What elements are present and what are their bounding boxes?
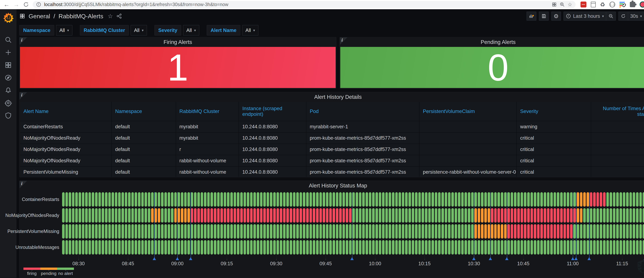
back-icon[interactable]: ← (4, 2, 10, 8)
site-info-icon[interactable] (36, 2, 41, 7)
column-header[interactable]: Number of Times Alert started (591, 102, 644, 121)
refresh-group: 30s ▾ (618, 12, 644, 20)
breadcrumb-title[interactable]: RabbitMQ-Alerts (58, 12, 103, 20)
column-header[interactable]: Severity (516, 102, 591, 121)
status-bar (164, 192, 167, 207)
breadcrumb-folder[interactable]: General (28, 12, 50, 20)
status-bar (214, 192, 216, 207)
status-bar (451, 208, 454, 222)
status-bar (596, 240, 599, 254)
filter-value-dropdown[interactable]: All▾ (56, 25, 72, 36)
status-bar (286, 192, 289, 207)
table-cell: 2 (591, 132, 644, 144)
status-bar (313, 208, 315, 222)
status-bar (214, 224, 216, 238)
dashboards-icon[interactable] (4, 61, 12, 69)
status-map-legend: firingpendingno alert (24, 268, 74, 276)
column-header[interactable]: RabbitMQ Cluster (176, 102, 239, 121)
table-cell: default (112, 166, 176, 177)
status-bar (92, 240, 94, 254)
status-bar (188, 224, 190, 238)
forward-icon[interactable]: → (14, 2, 19, 8)
explore-compass-icon[interactable] (4, 74, 12, 82)
status-bar (217, 224, 220, 238)
status-bar (194, 240, 196, 254)
status-bar (332, 208, 335, 222)
json-extension-icon[interactable]: {…} (610, 2, 615, 7)
url-text[interactable]: localhost:3000/d/jjCq5SLMk/rabbitmq-aler… (44, 2, 549, 7)
status-bar (630, 192, 632, 207)
status-bar (606, 208, 609, 222)
server-admin-shield-icon[interactable] (4, 112, 12, 119)
status-bar (210, 240, 213, 254)
grafana-logo[interactable] (2, 12, 14, 24)
address-bar[interactable]: localhost:3000/d/jjCq5SLMk/rabbitmq-aler… (33, 1, 576, 8)
status-bar (633, 224, 635, 238)
zoom-out-time-button[interactable] (606, 12, 616, 20)
panel-title[interactable]: Alert History Details (20, 92, 644, 102)
status-bar (154, 240, 157, 254)
create-plus-icon[interactable] (4, 49, 12, 56)
status-bar (530, 240, 533, 254)
save-dashboard-button[interactable] (539, 12, 549, 20)
add-panel-button[interactable] (526, 12, 536, 20)
status-bar (544, 240, 546, 254)
filter-value-dropdown[interactable]: All▾ (183, 25, 199, 36)
column-header[interactable]: Alert Name (20, 102, 112, 121)
status-bar (412, 224, 414, 238)
sidebar (0, 9, 16, 278)
filter-severity: SeverityAll▾ (154, 25, 199, 36)
status-bar (250, 240, 253, 254)
status-bar (224, 208, 226, 222)
extensions-puzzle-icon[interactable] (630, 2, 635, 7)
status-bar (442, 240, 444, 254)
status-bar (300, 208, 302, 222)
recycle-extension-icon[interactable]: ♻ (600, 1, 605, 8)
column-header[interactable]: Namespace (112, 102, 176, 121)
favorite-star-icon[interactable]: ☆ (108, 12, 113, 20)
panel-title[interactable]: Firing Alerts (20, 37, 336, 47)
chart-link-extension-icon[interactable] (620, 2, 626, 8)
column-header[interactable]: PersistentVolumeClaim (419, 102, 516, 121)
status-bar (642, 240, 644, 254)
status-bar (234, 208, 236, 222)
bookmark-star-icon[interactable]: ☆ (568, 2, 572, 7)
status-bar (336, 208, 338, 222)
search-icon[interactable] (4, 36, 12, 44)
column-header[interactable]: Instance (scraped endpoint) (239, 102, 306, 121)
share-icon[interactable] (116, 13, 122, 19)
configuration-gear-icon[interactable] (4, 99, 12, 107)
filter-value-dropdown[interactable]: All▾ (130, 25, 147, 36)
refresh-button[interactable] (618, 12, 628, 20)
table-cell: rabbit-without-volume (176, 155, 239, 166)
status-bar (620, 192, 622, 207)
panel-title[interactable]: Alert History Status Map (20, 181, 644, 190)
status-bar (266, 192, 269, 207)
password-manager-extension-icon[interactable]: ••• (580, 2, 586, 8)
dashboard-grid-icon[interactable] (19, 13, 25, 19)
panel-title[interactable]: Pending Alerts (340, 37, 644, 47)
refresh-interval-dropdown[interactable]: 30s ▾ (628, 12, 644, 20)
status-bar (554, 192, 556, 207)
status-bar (369, 208, 372, 222)
reload-icon[interactable] (23, 2, 29, 7)
column-header[interactable]: Pod (306, 102, 419, 121)
status-bar (540, 224, 543, 238)
dashboard-settings-button[interactable]: ⚙ (551, 12, 561, 20)
status-bar (286, 208, 289, 222)
time-range-picker[interactable]: Last 3 hours ▾ (564, 12, 606, 20)
status-bar (524, 224, 526, 238)
zoom-in-icon[interactable] (560, 2, 565, 7)
alerting-bell-icon[interactable] (4, 86, 12, 94)
status-bar (577, 240, 579, 254)
table-scroll-area[interactable]: Alert NameNamespaceRabbitMQ ClusterInsta… (20, 102, 644, 177)
status-bar (567, 208, 569, 222)
status-bar (336, 224, 338, 238)
window-extension-icon[interactable] (591, 2, 596, 7)
profile-avatar[interactable] (640, 2, 644, 8)
status-bar (217, 240, 220, 254)
status-bar (642, 224, 644, 238)
filter-value-dropdown[interactable]: All▾ (242, 25, 258, 36)
status-bar (564, 224, 566, 238)
tab-groups-icon[interactable] (552, 2, 557, 7)
